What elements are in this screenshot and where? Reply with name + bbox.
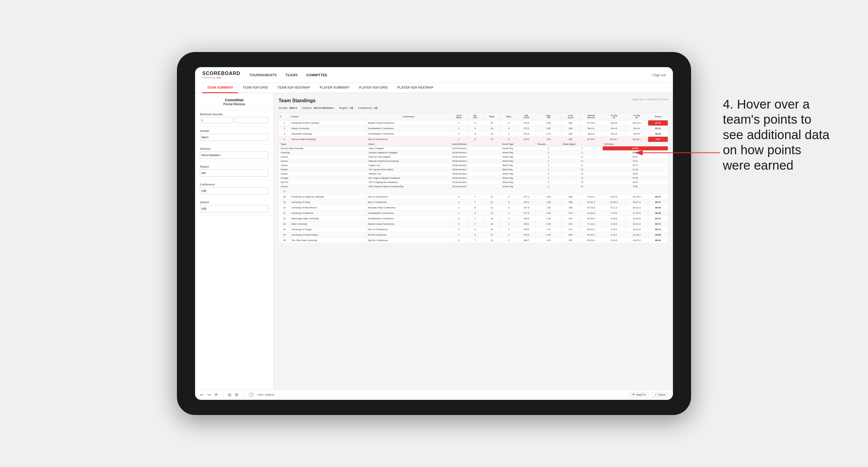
cell-points[interactable]: 88.94 [648,238,668,243]
cell-points[interactable]: 83.99 [648,232,668,238]
table-row-highlighted: 4 Arizona State University Pac-12 Confer… [279,137,668,142]
filter-bar-gender-value: Men's [290,106,297,110]
cell-conf-rank: 2 [450,238,467,243]
cell-points[interactable]: 88.48 [648,211,668,216]
cell-points-highlighted[interactable]: 79.5 [648,137,668,142]
cell-vs50: 25-19-0 [625,194,648,199]
exp-rank-impact: +0 [561,185,603,189]
cell-rnds: 21 [483,205,500,211]
toolbar-right: 👁 Watch ▾ ↗ Share [629,392,668,398]
tab-player-h2h-grid[interactable]: PLAYER H2H GRID [354,83,393,93]
table-row: 2 Auburn University Southeastern Confere… [279,126,668,131]
cell-points[interactable]: 93.31 [648,126,668,131]
cell-low-score: 262 [561,120,580,126]
filter-region-select[interactable]: N/A All [200,169,269,177]
exp-rank-impact: +0 [561,180,603,185]
min-rounds-max-input[interactable] [235,117,269,123]
exp-event-div: NCAA Division I [450,180,500,185]
cell-conference: Pac-12 Conference [367,194,450,199]
exp-rank-impact: -1 [561,146,603,151]
cell-low-score: 269 [561,232,580,238]
cell-rank: 19 [279,199,290,205]
exp-event-type: Stroke Play [500,159,536,163]
tab-player-h2h-heatmap[interactable]: PLAYER H2H HEATMAP [393,83,438,93]
cell-overall: 87-25-1 [580,137,602,142]
bottom-toolbar: ↩ ↪ ⟳ ⧉ ⚙ 🕐 View: Original 👁 Watch ▾ ↗ S… [195,389,673,400]
exp-w-points: 42.73 [602,163,668,167]
exp-event: The Cypress Point Classic [367,167,450,172]
cell-points[interactable]: 88.70 [648,199,668,205]
filter-division-select[interactable]: NCAA Division I NCAA Division II NCAA Di… [200,152,269,159]
tab-team-summary[interactable]: TEAM SUMMARY [202,83,238,93]
cell-tours: 6 [467,227,483,232]
watch-button[interactable]: 👁 Watch ▾ [629,392,649,398]
filter-conference-select[interactable]: (All) [200,187,269,194]
reset-icon[interactable]: ⟳ [214,392,218,397]
cell-overall: 73-21-1 [580,194,602,199]
share-button[interactable]: ↗ Share [652,392,668,398]
expanded-data-row: Univers National Invitational Tournament… [279,159,668,163]
filter-school-select[interactable]: (All) [200,205,269,212]
cell-conference: Southeastern Conference [367,131,450,137]
expanded-data-row: East Ter OFCC Fighting Illini Invitation… [279,180,668,185]
cell-points[interactable]: 90.30 [648,131,668,137]
redo-icon[interactable]: ↪ [207,392,211,397]
cell-points[interactable]: 83.07 [648,194,668,199]
cell-school: University of Oregon [290,227,367,232]
table-header-row: # School Conference ConfRank No.Tour Rnd… [279,113,668,120]
table-row: 23 Duke University Atlantic Coast Confer… [279,221,668,227]
update-time: Update time: 13/03/2024 10:03:42 [631,98,668,101]
nav-right[interactable]: | Sign out [652,73,666,77]
cell-wins: 2 [500,194,517,199]
settings-icon[interactable]: ⚙ [235,392,239,397]
cell-vs25: 4-16-0 [602,216,625,221]
exp-event-type: Match Play [500,163,536,167]
logo-area: SCOREBOARD Powered by clippi [202,71,241,79]
min-rounds-min-input[interactable] [200,117,234,123]
cell-points[interactable]: 88.14 [648,227,668,232]
cell-rank: 2 [279,126,290,131]
cell-adj-score: 278.1 [517,221,536,227]
nav-teams[interactable]: TEAMS [285,72,298,78]
expanded-header-row: Team Event Event Division Event Type Rou… [279,142,668,146]
standings-table: # School Conference ConfRank No.Tour Rnd… [279,113,668,243]
cell-rnds: 24 [483,232,500,238]
tab-team-h2h-grid[interactable]: TEAM H2H GRID [238,83,273,93]
cell-points[interactable]: 88.71 [648,221,668,227]
cell-points[interactable]: 88.49 [648,205,668,211]
cell-overall: 97-23-2 [580,205,602,211]
exp-event-div: NCAA Division I [450,185,500,189]
col-vs50: Vs Top50 [625,113,648,120]
exp-col-event: Event [367,142,450,146]
tab-team-h2h-heatmap[interactable]: TEAM H2H HEATMAP [273,83,315,93]
exp-rounds: 3 [536,146,561,151]
cell-points[interactable]: 83.41 [648,216,668,221]
col-school: School [290,113,367,120]
undo-icon[interactable]: ↩ [200,392,204,397]
cell-avg-sg: 2.82 [536,126,561,131]
tab-player-summary[interactable]: PLAYER SUMMARY [315,83,354,93]
cell-school: University of California, Berkeley [290,194,367,199]
cell-points[interactable]: 97.02 [648,120,668,126]
cell-wins: 1 [500,221,517,227]
cell-avg-sg: 1.60 [536,194,561,199]
filter-region: Region N/A All [195,162,273,180]
cell-rank: 3 [279,131,290,137]
cell-overall: 53-41-1 [580,227,602,232]
cell-conference: Mountain West Conference [367,205,450,211]
filter-gender-select[interactable]: Men's Women's [200,134,269,141]
nav-items: TOURNAMENTS TEAMS COMMITTEE [249,72,652,78]
exp-event: Copper Cup [367,163,450,167]
cell-wins: 4 [500,131,517,137]
nav-tournaments[interactable]: TOURNAMENTS [249,72,277,78]
nav-committee[interactable]: COMMITTEE [306,72,328,78]
col-no-tour: No.Tour [467,113,483,120]
cell-rank: 21 [279,211,290,216]
copy-icon[interactable]: ⧉ [228,392,231,398]
cell-wins: 0 [500,199,517,205]
cell-conf-rank: 7 [450,211,467,216]
cell-school: University of North Florida [290,232,367,238]
main-content: Committee Portal Review Minimum Rounds G… [195,93,673,389]
clock-icon[interactable]: 🕐 [249,392,254,397]
exp-col-team: Team [279,142,367,146]
